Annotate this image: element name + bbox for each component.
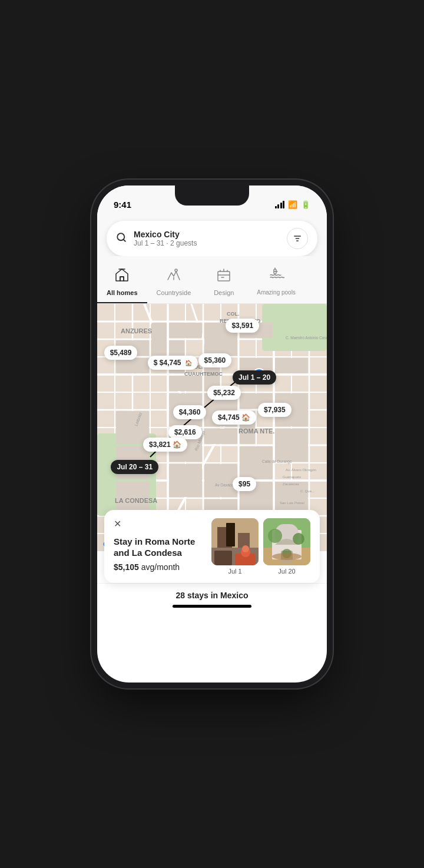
countryside-icon	[165, 267, 182, 287]
tab-pools-label: Amazing pools	[257, 289, 296, 296]
svg-text:CUAUHTEMOC: CUAUHTEMOC	[184, 371, 223, 377]
info-card-price: $5,105 avg/month	[114, 562, 204, 572]
price-pin-jul1-20[interactable]: Jul 1 – 20	[233, 370, 276, 385]
bottom-bar: 28 stays in Mexico	[97, 583, 327, 614]
close-button[interactable]: ✕	[114, 518, 121, 529]
price-pin-7935[interactable]: $7,935	[258, 403, 292, 417]
phone-frame: 9:41 📶 🔋 Mexico City Jul 1 – 31 · 2 gues…	[97, 185, 327, 683]
search-icon	[116, 232, 127, 245]
price-pin-5489[interactable]: $5,489	[104, 346, 138, 360]
price-pin-95[interactable]: $95	[233, 477, 256, 491]
svg-rect-59	[169, 464, 202, 497]
price-pin-4360[interactable]: $4,360	[173, 405, 207, 419]
property-image-1[interactable]: Jul 1	[211, 518, 259, 575]
svg-point-111	[272, 553, 302, 560]
svg-point-109	[293, 533, 304, 545]
tab-countryside-label: Countryside	[157, 289, 191, 296]
svg-rect-5	[120, 277, 124, 281]
category-tabs: All homes Countryside Desig	[97, 256, 327, 304]
property-image-2[interactable]: Jul 20	[263, 518, 310, 575]
svg-line-1	[123, 239, 125, 241]
svg-rect-43	[169, 323, 202, 338]
wifi-icon: 📶	[288, 200, 297, 209]
svg-text:Zacatecas: Zacatecas	[283, 482, 299, 486]
signal-icon	[275, 201, 285, 208]
svg-rect-47	[275, 358, 308, 373]
price-pin-jul20-31[interactable]: Jul 20 – 31	[111, 460, 158, 474]
design-icon	[216, 267, 232, 287]
info-card-images: Jul 1	[211, 518, 310, 575]
svg-rect-41	[116, 358, 149, 373]
price-value: $5,105	[114, 562, 139, 572]
svg-text:Av Oaxaca: Av Oaxaca	[215, 483, 234, 487]
garden-photo	[263, 518, 310, 565]
tab-design-label: Design	[214, 289, 234, 296]
svg-text:ROMA NTE.: ROMA NTE.	[238, 428, 274, 435]
info-card-content: Stay in Roma Norte and La Condesa $5,105…	[114, 518, 310, 575]
status-time: 9:41	[114, 200, 131, 210]
price-pin-3591[interactable]: $3,591	[226, 319, 259, 333]
svg-rect-42	[151, 323, 167, 356]
home-indicator	[173, 605, 251, 608]
svg-text:LA CONDESA: LA CONDESA	[115, 497, 157, 504]
svg-rect-62	[275, 429, 308, 462]
all-homes-icon	[114, 267, 130, 287]
photo1-label: Jul 1	[211, 568, 259, 575]
photo2-label: Jul 20	[263, 568, 310, 575]
info-card-text: Stay in Roma Norte and La Condesa $5,105…	[114, 522, 204, 572]
stays-count: 28 stays in Mexico	[107, 591, 317, 600]
info-card: ✕ Stay in Roma Norte and La Condesa $5,1…	[104, 510, 320, 583]
svg-rect-102	[226, 523, 235, 546]
search-dates: Jul 1 – 31 · 2 guests	[134, 239, 280, 247]
svg-text:ANZURES: ANZURES	[121, 327, 152, 334]
price-pin-5232[interactable]: $5,232	[207, 386, 241, 400]
svg-point-101	[242, 545, 249, 552]
price-pin-4745-1[interactable]: $ $4,745 🏠	[148, 356, 198, 370]
svg-rect-97	[238, 533, 250, 548]
price-pin-5360[interactable]: $5,360	[198, 353, 232, 367]
svg-text:Calle de Durango: Calle de Durango	[262, 459, 292, 464]
search-bar[interactable]: Mexico City Jul 1 – 31 · 2 guests	[107, 221, 317, 256]
svg-text:COL.: COL.	[227, 311, 240, 317]
search-text: Mexico City Jul 1 – 31 · 2 guests	[134, 230, 280, 247]
svg-rect-65	[204, 464, 237, 497]
svg-text:C. Que...: C. Que...	[300, 489, 314, 493]
battery-icon: 🔋	[301, 200, 310, 209]
tab-countryside[interactable]: Countryside	[147, 262, 201, 303]
svg-point-108	[268, 529, 282, 543]
svg-rect-7	[218, 271, 230, 281]
svg-rect-49	[169, 376, 202, 391]
svg-rect-98	[214, 551, 232, 565]
price-unit: avg/month	[141, 562, 180, 572]
price-pin-4745-2[interactable]: $4,745 🏠	[212, 410, 256, 425]
price-pin-3821[interactable]: $3,821 🏠	[143, 438, 187, 452]
svg-text:San Luis Potosí: San Luis Potosí	[280, 501, 304, 505]
svg-text:C. Maestro Antonio Caso: C. Maestro Antonio Caso	[286, 336, 327, 340]
tab-design[interactable]: Design	[200, 262, 247, 303]
status-icons: 📶 🔋	[275, 200, 311, 209]
home-icon: 🏠	[185, 360, 192, 366]
svg-point-6	[175, 269, 177, 271]
pools-icon	[268, 267, 284, 287]
tab-all-homes-label: All homes	[107, 289, 138, 296]
tab-amazing-pools[interactable]: Amazing pools	[247, 262, 305, 303]
tab-all-homes[interactable]: All homes	[97, 262, 147, 303]
filter-button[interactable]	[287, 228, 308, 249]
notch	[175, 185, 249, 206]
svg-text:Guanajuato: Guanajuato	[283, 475, 302, 479]
search-section: Mexico City Jul 1 – 31 · 2 guests	[97, 215, 327, 256]
room-photo	[211, 518, 259, 565]
svg-text:Av. Álvaro Obregón: Av. Álvaro Obregón	[286, 468, 316, 472]
search-location: Mexico City	[134, 230, 280, 239]
svg-rect-56	[116, 411, 149, 444]
info-card-title: Stay in Roma Norte and La Condesa	[114, 536, 204, 559]
svg-rect-60	[204, 429, 237, 444]
